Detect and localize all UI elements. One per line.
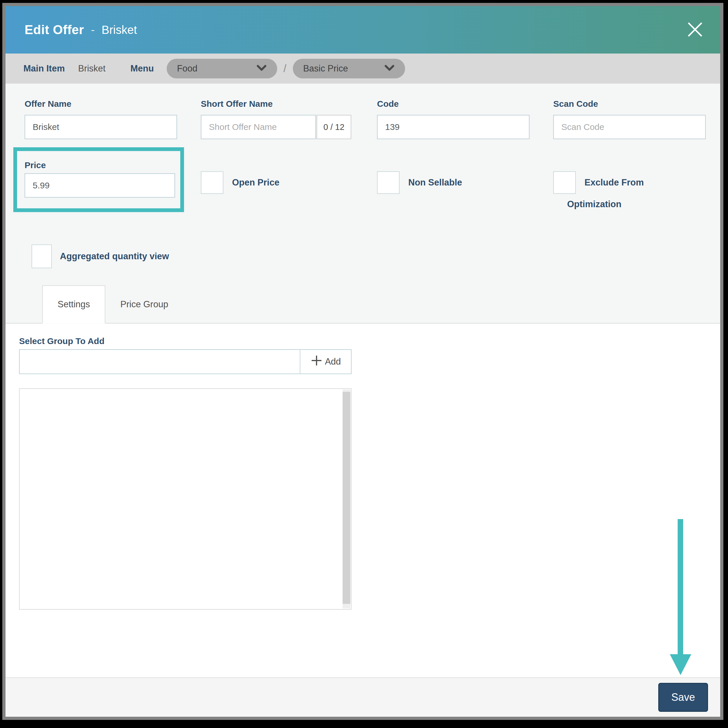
open-price-field-group: Open Price	[201, 159, 353, 216]
exclude-from-optimization-label-line2: Optimization	[567, 199, 706, 210]
price-input[interactable]	[24, 173, 175, 197]
tab-bar: Settings Price Group	[6, 285, 720, 323]
code-label: Code	[377, 98, 529, 110]
non-sellable-checkbox[interactable]	[377, 171, 399, 194]
short-offer-name-input[interactable]	[201, 115, 316, 139]
scan-code-label: Scan Code	[553, 98, 706, 110]
form-row-2: Price Open Price Non Sellable Exclude Fr…	[24, 159, 709, 216]
aggregated-quantity-view-label: Aggregated quantity view	[60, 251, 169, 262]
tab-settings[interactable]: Settings	[42, 285, 106, 323]
dialog-title-separator: -	[91, 24, 95, 36]
code-field-group: Code	[377, 98, 529, 139]
select-group-row: Add	[19, 349, 352, 374]
code-input[interactable]	[377, 115, 529, 139]
submenu-dropdown[interactable]: Basic Price	[293, 59, 405, 78]
main-item-label: Main Item	[23, 63, 65, 74]
dialog-item-name: Brisket	[102, 23, 137, 37]
submenu-dropdown-value: Basic Price	[303, 63, 348, 74]
aggregated-quantity-view-checkbox[interactable]	[32, 245, 52, 268]
menu-dropdown-value: Food	[177, 63, 197, 74]
aggregated-quantity-row: Aggregated quantity view	[32, 245, 709, 268]
non-sellable-field-group: Non Sellable	[377, 159, 529, 216]
exclude-optimization-field-group: Exclude From Optimization	[553, 159, 706, 216]
chevron-down-icon	[256, 63, 267, 74]
exclude-from-optimization-checkbox[interactable]	[553, 171, 576, 194]
offer-name-field-group: Offer Name	[24, 98, 177, 139]
main-item-value: Brisket	[78, 63, 106, 74]
chevron-down-icon	[384, 63, 395, 74]
select-group-input[interactable]	[19, 349, 300, 374]
menu-path-separator: /	[284, 63, 286, 75]
char-counter: 0 / 12	[317, 115, 351, 139]
select-group-label: Select Group To Add	[19, 335, 720, 347]
offer-name-label: Offer Name	[24, 98, 177, 110]
edit-offer-dialog: Edit Offer - Brisket Main Item Brisket M…	[2, 3, 723, 720]
add-group-button[interactable]: Add	[300, 349, 352, 374]
scan-code-input[interactable]	[553, 115, 706, 139]
price-field-group: Price	[24, 159, 177, 216]
price-label: Price	[24, 159, 177, 171]
dialog-header: Edit Offer - Brisket	[6, 6, 720, 54]
non-sellable-label: Non Sellable	[408, 177, 462, 188]
group-list-scrollbar-thumb[interactable]	[343, 392, 350, 604]
group-list[interactable]	[19, 388, 352, 610]
open-price-checkbox[interactable]	[201, 171, 223, 194]
form-row-1: Offer Name Short Offer Name 0 / 12 Code …	[24, 98, 709, 139]
exclude-from-optimization-label-line1: Exclude From	[584, 177, 644, 188]
save-button[interactable]: Save	[658, 683, 708, 712]
dialog-footer: Save	[6, 678, 720, 717]
tab-price-group[interactable]: Price Group	[106, 286, 183, 323]
open-price-label: Open Price	[232, 177, 280, 188]
scan-code-field-group: Scan Code	[553, 98, 706, 139]
offer-form: Offer Name Short Offer Name 0 / 12 Code …	[6, 84, 720, 324]
close-button[interactable]	[685, 20, 705, 40]
settings-tab-panel: Select Group To Add Add	[6, 324, 720, 678]
x-icon	[686, 21, 704, 39]
add-button-label: Add	[325, 356, 341, 367]
menu-label: Menu	[130, 63, 154, 74]
short-offer-name-field-group: Short Offer Name 0 / 12	[201, 98, 353, 139]
plus-icon	[310, 355, 323, 369]
short-offer-name-label: Short Offer Name	[201, 98, 353, 110]
menu-dropdown[interactable]: Food	[167, 59, 277, 78]
group-list-scrollbar-track[interactable]	[343, 390, 350, 609]
context-bar: Main Item Brisket Menu Food / Basic Pric…	[6, 54, 720, 84]
offer-name-input[interactable]	[24, 115, 177, 139]
dialog-title: Edit Offer	[24, 23, 84, 37]
